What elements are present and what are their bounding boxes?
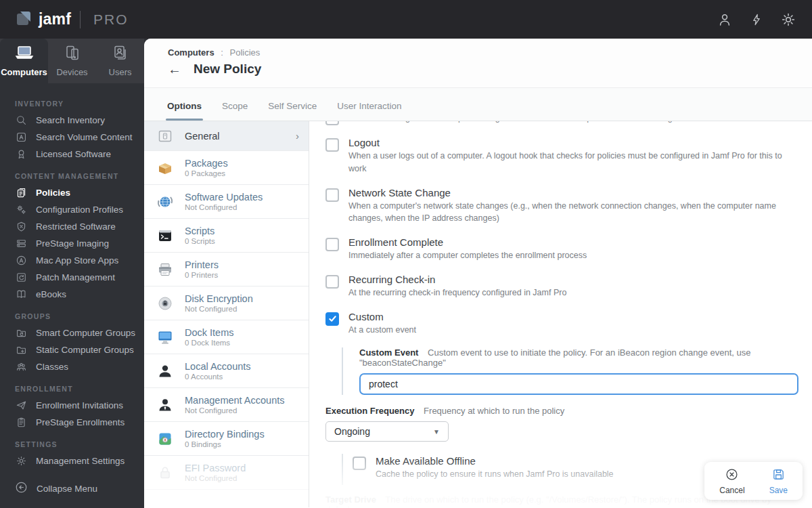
volume-icon — [15, 131, 27, 143]
payload-subtitle: 0 Dock Items — [185, 339, 234, 347]
restricted-icon — [15, 221, 27, 232]
sidebar-item-restricted-software[interactable]: Restricted Software — [0, 218, 144, 235]
payload-title: Software Updates — [185, 192, 263, 203]
staticgroup-icon — [15, 344, 27, 356]
settings-gear-icon[interactable] — [781, 12, 796, 27]
payload-title: Directory Bindings — [185, 429, 265, 440]
sidebar: ComputersDevicesUsers INVENTORYSearch In… — [0, 39, 144, 508]
trigger-checkbox[interactable] — [325, 121, 339, 125]
context-tabs: ComputersDevicesUsers — [0, 39, 144, 83]
action-bar: Cancel Save — [704, 462, 803, 500]
payload-item-efi-password[interactable]: EFI PasswordNot Configured — [144, 456, 309, 490]
payload-item-management-accounts[interactable]: Management AccountsNot Configured — [144, 388, 309, 422]
nav-section-header: ENROLLMENT — [0, 375, 144, 397]
back-arrow-icon[interactable]: ← — [168, 62, 181, 76]
payload-item-directory-bindings[interactable]: Directory Bindings0 Bindings — [144, 422, 309, 456]
options-panel: LoginWhen a user logs in to a computer. … — [309, 121, 812, 507]
sidebar-item-label: Configuration Profiles — [36, 205, 123, 215]
execution-frequency-label: Execution Frequency — [325, 406, 414, 416]
sidebar-item-ebooks[interactable]: eBooks — [0, 286, 144, 303]
payload-title: Management Accounts — [185, 395, 285, 406]
context-tab-users[interactable]: Users — [96, 39, 144, 83]
sidebar-item-search-volume-content[interactable]: Search Volume Content — [0, 129, 144, 146]
sidebar-item-management-settings[interactable]: Management Settings — [0, 452, 144, 469]
sidebar-item-classes[interactable]: Classes — [0, 358, 144, 375]
payload-item-general[interactable]: General› — [144, 121, 309, 151]
smartgroup-icon — [15, 327, 27, 339]
trigger-row-login: LoginWhen a user logs in to a computer. … — [325, 121, 798, 125]
payload-item-printers[interactable]: Printers0 Printers — [144, 253, 309, 287]
execution-frequency-value: Ongoing — [334, 426, 370, 437]
trigger-checkbox-checked[interactable] — [325, 312, 339, 326]
execution-frequency-description: Frequency at which to run the policy — [424, 406, 564, 416]
brand-suffix: PRO — [93, 12, 129, 28]
payload-item-packages[interactable]: Packages0 Packages — [144, 151, 309, 185]
trigger-description: Immediately after a computer completes t… — [348, 249, 587, 262]
tab-scope[interactable]: Scope — [222, 101, 248, 121]
execution-frequency-select[interactable]: Ongoing ▼ — [325, 421, 449, 442]
sidebar-item-prestage-enrollments[interactable]: PreStage Enrollments — [0, 414, 144, 431]
trigger-checkbox[interactable] — [325, 138, 339, 152]
payload-item-software-updates[interactable]: Software UpdatesNot Configured — [144, 185, 309, 219]
sidebar-item-label: Smart Computer Groups — [36, 328, 135, 338]
payload-item-disk-encryption[interactable]: Disk EncryptionNot Configured — [144, 287, 309, 320]
sidebar-item-label: Restricted Software — [36, 221, 116, 232]
general-icon — [156, 128, 174, 144]
trigger-description: When a user logs out of a computer. A lo… — [348, 150, 798, 175]
sidebar-item-patch-management[interactable]: Patch Management — [0, 269, 144, 286]
mas-icon — [15, 255, 27, 266]
payload-item-scripts[interactable]: Scripts0 Scripts — [144, 219, 309, 253]
trigger-checkbox[interactable] — [325, 275, 339, 289]
sidebar-item-label: PreStage Enrollments — [36, 417, 125, 427]
user-account-icon[interactable] — [717, 12, 732, 27]
cancel-button[interactable]: Cancel — [719, 468, 744, 495]
context-tab-devices[interactable]: Devices — [48, 39, 96, 83]
sidebar-item-enrollment-invitations[interactable]: Enrollment Invitations — [0, 397, 144, 414]
sidebar-item-mac-app-store-apps[interactable]: Mac App Store Apps — [0, 252, 144, 269]
trigger-label: Network State Change — [348, 187, 798, 198]
make-available-offline-description: Cache the policy to ensure it runs when … — [376, 468, 614, 481]
save-floppy-icon — [772, 468, 785, 484]
sidebar-item-label: Search Volume Content — [36, 132, 133, 142]
save-button[interactable]: Save — [769, 468, 788, 495]
trigger-description: At the recurring check-in frequency conf… — [348, 287, 566, 299]
sidebar-item-policies[interactable]: Policies — [0, 184, 144, 201]
sidebar-item-label: Enrollment Invitations — [36, 400, 123, 410]
sidebar-item-search-inventory[interactable]: Search Inventory — [0, 112, 144, 129]
jamf-logo[interactable]: jamf PRO — [15, 9, 129, 30]
sidebar-item-prestage-imaging[interactable]: PreStage Imaging — [0, 235, 144, 252]
tab-user-interaction[interactable]: User Interaction — [337, 101, 401, 121]
payload-title: Printers — [185, 259, 219, 270]
computers-icon — [14, 45, 35, 63]
breadcrumb-policies[interactable]: Policies — [230, 47, 261, 58]
trigger-label: Enrollment Complete — [348, 236, 587, 248]
tab-self-service[interactable]: Self Service — [268, 101, 317, 121]
collapse-menu-button[interactable]: Collapse Menu — [15, 481, 97, 496]
sidebar-item-label: Licensed Software — [36, 149, 111, 159]
sidebar-item-configuration-profiles[interactable]: Configuration Profiles — [0, 201, 144, 218]
sidebar-item-label: Mac App Store Apps — [36, 255, 118, 266]
notifications-bolt-icon[interactable] — [750, 12, 763, 27]
sidebar-item-licensed-software[interactable]: Licensed Software — [0, 146, 144, 163]
sidebar-item-label: Policies — [36, 188, 70, 198]
payload-item-dock-items[interactable]: Dock Items0 Dock Items — [144, 320, 309, 354]
trigger-checkbox[interactable] — [325, 238, 339, 251]
trigger-row-network-state-change: Network State ChangeWhen a computer's ne… — [325, 187, 798, 226]
payload-item-local-accounts[interactable]: Local Accounts0 Accounts — [144, 354, 309, 388]
sidebar-item-static-computer-groups[interactable]: Static Computer Groups — [0, 341, 144, 358]
context-tab-computers[interactable]: Computers — [0, 39, 48, 83]
payload-subtitle: 0 Scripts — [185, 237, 215, 245]
jamf-logo-icon — [15, 9, 32, 30]
tab-options[interactable]: Options — [167, 101, 202, 121]
invitation-icon — [15, 400, 27, 411]
brand-divider — [80, 11, 81, 28]
trigger-checkbox[interactable] — [325, 188, 339, 202]
breadcrumb-computers[interactable]: Computers — [168, 47, 215, 58]
sidebar-item-smart-computer-groups[interactable]: Smart Computer Groups — [0, 324, 144, 341]
make-available-offline-checkbox[interactable] — [353, 457, 366, 470]
chevron-right-icon: › — [296, 130, 299, 142]
custom-event-input[interactable]: protect — [359, 373, 798, 395]
payload-subtitle: 0 Accounts — [185, 373, 251, 381]
payload-subtitle: Not Configured — [185, 305, 253, 313]
trigger-label: Recurring Check-in — [348, 274, 566, 285]
